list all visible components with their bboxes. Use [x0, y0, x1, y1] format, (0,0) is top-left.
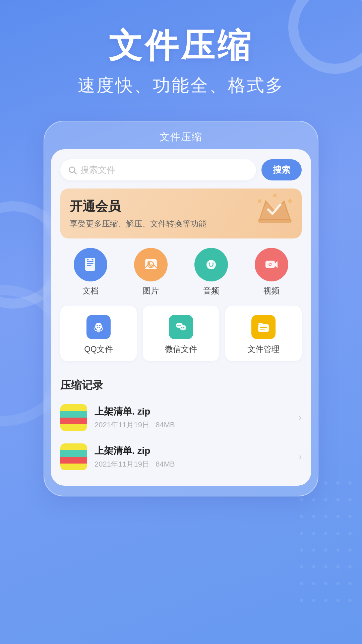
category-item-img[interactable]: 图片 [134, 248, 168, 296]
sub-title: 速度快、功能全、格式多 [20, 74, 342, 97]
vip-banner[interactable]: 开通会员 享受更多压缩、解压、文件转换等功能 [60, 189, 302, 238]
zip-icon-0 [60, 404, 87, 431]
svg-point-28 [336, 565, 340, 569]
svg-point-72 [179, 325, 181, 326]
svg-point-75 [183, 327, 184, 328]
svg-point-67 [95, 323, 102, 330]
svg-point-51 [87, 259, 89, 261]
svg-point-39 [348, 599, 352, 602]
phone-mockup-wrapper: 文件压缩 搜索文件 搜索 开通会员 享受更多压缩、解压、文件转换等功能 [0, 121, 362, 496]
file-source-row: QQ文件 微信文件 [60, 306, 302, 361]
category-item-audio[interactable]: 音频 [194, 248, 228, 296]
mockup-title: 文件压缩 [51, 128, 311, 149]
svg-point-73 [180, 325, 186, 330]
svg-point-33 [336, 582, 340, 585]
svg-rect-61 [210, 261, 213, 265]
svg-point-11 [312, 515, 315, 518]
svg-point-24 [348, 548, 352, 552]
vip-crown-icon [255, 192, 295, 225]
category-icon-img [134, 248, 168, 281]
svg-rect-78 [260, 329, 265, 330]
record-name-1: 上架清单. zip [95, 444, 295, 457]
svg-point-30 [300, 582, 303, 585]
svg-point-25 [300, 565, 303, 569]
category-icon-audio [194, 248, 228, 281]
svg-rect-49 [87, 263, 94, 264]
record-meta-1: 2021年11月19日 84MB [95, 459, 295, 469]
svg-line-41 [74, 172, 76, 174]
svg-point-69 [99, 325, 101, 326]
records-section: 压缩记录 上架清单. zip 2021年11月19日 84MB › [60, 378, 302, 476]
svg-rect-50 [87, 265, 92, 266]
svg-point-32 [324, 582, 327, 585]
search-input-container: 搜索文件 [60, 159, 256, 180]
svg-point-46 [288, 199, 292, 203]
record-name-0: 上架清单. zip [95, 405, 295, 418]
svg-point-8 [336, 498, 340, 501]
main-title: 文件压缩 [20, 27, 342, 64]
search-button[interactable]: 搜索 [261, 159, 302, 180]
svg-point-34 [348, 582, 352, 585]
file-source-wechat[interactable]: 微信文件 [143, 306, 219, 361]
svg-point-44 [258, 199, 261, 203]
header-section: 文件压缩 速度快、功能全、格式多 [0, 0, 362, 111]
svg-point-15 [300, 532, 303, 535]
svg-point-27 [324, 565, 327, 569]
svg-point-17 [324, 532, 327, 535]
search-icon [68, 165, 77, 175]
phone-mockup: 文件压缩 搜索文件 搜索 开通会员 享受更多压缩、解压、文件转换等功能 [44, 121, 318, 496]
category-label-doc: 文档 [82, 285, 99, 296]
record-item-0[interactable]: 上架清单. zip 2021年11月19日 84MB › [60, 398, 302, 437]
qq-label: QQ文件 [84, 344, 113, 355]
svg-point-45 [273, 194, 277, 197]
app-screen: 搜索文件 搜索 开通会员 享受更多压缩、解压、文件转换等功能 [51, 149, 311, 486]
svg-rect-77 [260, 327, 267, 328]
svg-point-21 [312, 548, 315, 552]
record-meta-0: 2021年11月19日 84MB [95, 420, 295, 430]
category-item-doc[interactable]: 文档 [74, 248, 107, 296]
svg-point-13 [336, 515, 340, 518]
svg-point-9 [348, 498, 352, 501]
svg-point-57 [152, 264, 153, 265]
svg-point-68 [97, 325, 98, 326]
svg-point-71 [177, 325, 179, 326]
svg-point-10 [300, 515, 303, 518]
file-source-manager[interactable]: 文件管理 [225, 306, 302, 361]
svg-point-37 [324, 599, 327, 602]
category-label-video: 视频 [263, 285, 280, 296]
bg-decoration-dots [295, 476, 362, 610]
file-source-qq[interactable]: QQ文件 [60, 306, 137, 361]
svg-point-35 [300, 599, 303, 602]
svg-point-23 [336, 548, 340, 552]
record-arrow-1: › [299, 451, 302, 462]
svg-point-7 [324, 498, 327, 501]
svg-point-56 [149, 264, 150, 265]
records-section-title: 压缩记录 [60, 378, 302, 393]
record-arrow-0: › [299, 412, 302, 423]
record-item-1[interactable]: 上架清单. zip 2021年11月19日 84MB › [60, 437, 302, 476]
category-item-video[interactable]: 视频 [255, 248, 288, 296]
svg-point-5 [300, 498, 303, 501]
record-info-1: 上架清单. zip 2021年11月19日 84MB [95, 444, 295, 469]
svg-rect-43 [258, 219, 292, 223]
search-bar-row: 搜索文件 搜索 [60, 159, 302, 180]
svg-point-12 [324, 515, 327, 518]
file-manager-icon [251, 315, 276, 339]
file-manager-label: 文件管理 [247, 344, 280, 355]
svg-point-31 [312, 582, 315, 585]
record-info-0: 上架清单. zip 2021年11月19日 84MB [95, 405, 295, 430]
category-label-audio: 音频 [203, 285, 219, 296]
svg-point-18 [336, 532, 340, 535]
category-label-img: 图片 [143, 285, 159, 296]
zip-icon-1 [60, 443, 87, 470]
wechat-label: 微信文件 [165, 344, 197, 355]
svg-point-14 [348, 515, 352, 518]
wechat-icon [169, 315, 193, 339]
svg-point-26 [312, 565, 315, 569]
svg-point-16 [312, 532, 315, 535]
svg-point-22 [324, 548, 327, 552]
svg-point-29 [348, 565, 352, 569]
qq-icon [86, 315, 111, 339]
svg-point-74 [181, 327, 182, 328]
svg-marker-64 [275, 261, 278, 268]
